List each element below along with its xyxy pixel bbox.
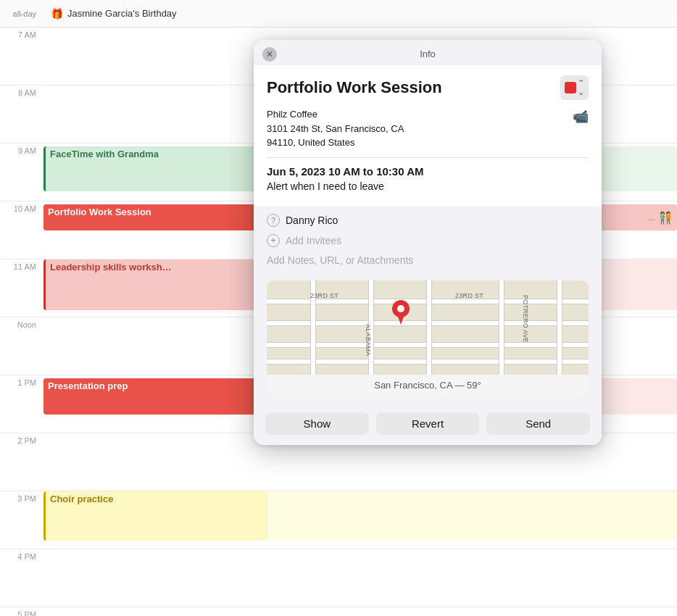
map-pin bbox=[392, 300, 410, 330]
portfolio-event-ext-label: … bbox=[647, 213, 655, 222]
time-row-3pm: 3 PM Choir practice bbox=[0, 491, 677, 549]
all-day-row: all-day 🎁 Jasmine Garcia's Birthday bbox=[0, 0, 677, 28]
presentation-event[interactable]: Presentation prep bbox=[43, 378, 268, 415]
street-v-5 bbox=[557, 280, 562, 375]
street-v-4 bbox=[499, 280, 504, 375]
alert-row: Alert when I need to leave bbox=[267, 180, 589, 192]
all-day-label: all-day bbox=[0, 9, 43, 18]
street-label-potrero: POTRERO AVE bbox=[522, 295, 529, 343]
time-label-11am: 11 AM bbox=[0, 259, 43, 271]
close-icon: ✕ bbox=[266, 49, 273, 59]
video-camera-icon[interactable]: 📹 bbox=[573, 109, 589, 125]
chevron-updown-icon: ⌃⌄ bbox=[578, 78, 584, 97]
add-invitees-label: Add Invitees bbox=[286, 235, 341, 246]
show-button[interactable]: Show bbox=[265, 412, 369, 435]
street-label-alabama: ALABAMA bbox=[365, 324, 372, 357]
notes-placeholder[interactable]: Add Notes, URL, or Attachments bbox=[267, 254, 589, 266]
location-address: 3101 24th St, San Francisco, CA94110, Un… bbox=[267, 122, 404, 150]
info-popup: ✕ Info Portfolio Work Session ⌃⌄ Philz C… bbox=[254, 40, 602, 445]
leadership-event-label: Leadership skills worksh… bbox=[50, 262, 172, 272]
revert-button[interactable]: Revert bbox=[376, 412, 480, 435]
map-inner: 23RD ST 23RD ST ALABAMA POTRERO AVE bbox=[267, 280, 589, 375]
facetime-event[interactable]: FaceTime with Grandma bbox=[43, 146, 268, 191]
location-name: Philz Coffee bbox=[267, 107, 404, 122]
choir-event[interactable]: Choir practice bbox=[43, 491, 268, 541]
map-location-label: San Francisco, CA — 59° bbox=[374, 380, 481, 391]
popup-body: Portfolio Work Session ⌃⌄ Philz Coffee 3… bbox=[254, 65, 602, 207]
choir-event-label: Choir practice bbox=[50, 494, 113, 504]
send-button[interactable]: Send bbox=[486, 412, 590, 435]
choir-event-ext bbox=[270, 491, 677, 541]
close-button[interactable]: ✕ bbox=[262, 47, 277, 62]
time-content-4pm bbox=[43, 549, 677, 607]
presentation-event-label: Presentation prep bbox=[48, 380, 128, 391]
add-invitees-row[interactable]: + Add Invitees bbox=[267, 234, 589, 247]
time-label-1pm: 1 PM bbox=[0, 375, 43, 387]
time-label-4pm: 4 PM bbox=[0, 549, 43, 561]
help-icon: ? bbox=[267, 214, 280, 227]
location-text: Philz Coffee 3101 24th St, San Francisco… bbox=[267, 107, 404, 150]
time-label-5pm: 5 PM bbox=[0, 607, 43, 616]
street-label-23rd-right: 23RD ST bbox=[455, 292, 483, 299]
portfolio-event-label: Portfolio Work Session bbox=[48, 207, 151, 217]
event-title: Portfolio Work Session bbox=[267, 78, 442, 97]
map-footer: San Francisco, CA — 59° bbox=[267, 375, 589, 396]
time-content-5pm bbox=[43, 607, 677, 616]
color-picker-button[interactable]: ⌃⌄ bbox=[560, 75, 589, 100]
datetime-row: Jun 5, 2023 10 AM to 10:30 AM bbox=[267, 165, 589, 178]
person-question-icon: 🧑‍🤝‍🧑 bbox=[658, 211, 673, 225]
time-label-noon: Noon bbox=[0, 317, 43, 329]
organizer-name: Danny Rico bbox=[286, 215, 338, 226]
popup-title: Info bbox=[420, 49, 436, 59]
street-label-23rd-left: 23RD ST bbox=[310, 292, 338, 299]
organizer-row: ? Danny Rico bbox=[267, 214, 589, 227]
birthday-icon: 🎁 bbox=[51, 8, 63, 20]
time-row-4pm: 4 PM bbox=[0, 549, 677, 607]
event-title-row: Portfolio Work Session ⌃⌄ bbox=[267, 75, 589, 100]
time-label-3pm: 3 PM bbox=[0, 491, 43, 503]
location-row: Philz Coffee 3101 24th St, San Francisco… bbox=[267, 107, 589, 150]
svg-point-1 bbox=[397, 305, 404, 312]
portfolio-event[interactable]: Portfolio Work Session bbox=[43, 204, 268, 230]
svg-marker-2 bbox=[397, 315, 404, 325]
color-swatch bbox=[565, 82, 576, 93]
leadership-event[interactable]: Leadership skills worksh… bbox=[43, 259, 268, 310]
time-label-2pm: 2 PM bbox=[0, 433, 43, 445]
plus-circle-icon: + bbox=[267, 234, 280, 247]
time-label-9am: 9 AM bbox=[0, 143, 43, 155]
time-label-10am: 10 AM bbox=[0, 201, 43, 213]
birthday-event-title: Jasmine Garcia's Birthday bbox=[67, 8, 177, 19]
popup-header: ✕ Info bbox=[254, 40, 602, 65]
all-day-event[interactable]: 🎁 Jasmine Garcia's Birthday bbox=[43, 5, 184, 22]
popup-section: ? Danny Rico + Add Invitees Add Notes, U… bbox=[254, 207, 602, 280]
facetime-event-label: FaceTime with Grandma bbox=[50, 149, 159, 159]
time-label-7am: 7 AM bbox=[0, 28, 43, 39]
time-content-3pm: Choir practice bbox=[43, 491, 677, 549]
time-row-5pm: 5 PM bbox=[0, 607, 677, 616]
divider-1 bbox=[267, 157, 589, 158]
street-v-3 bbox=[426, 280, 432, 375]
map-container[interactable]: 23RD ST 23RD ST ALABAMA POTRERO AVE San … bbox=[267, 280, 589, 396]
popup-footer: Show Revert Send bbox=[254, 405, 602, 445]
time-label-8am: 8 AM bbox=[0, 86, 43, 97]
